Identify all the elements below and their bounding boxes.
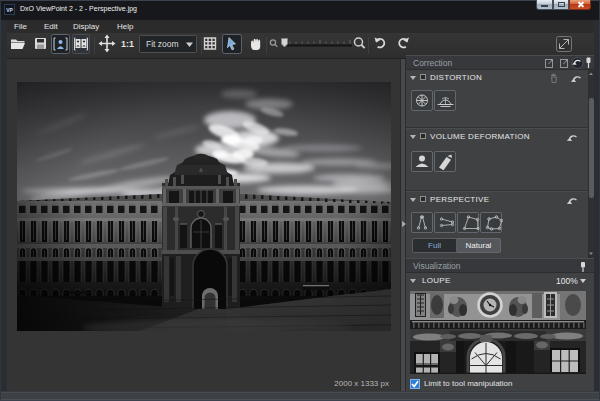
svg-text:Fit zoom: Fit zoom	[146, 39, 179, 49]
svg-text:1:1: 1:1	[121, 39, 134, 49]
